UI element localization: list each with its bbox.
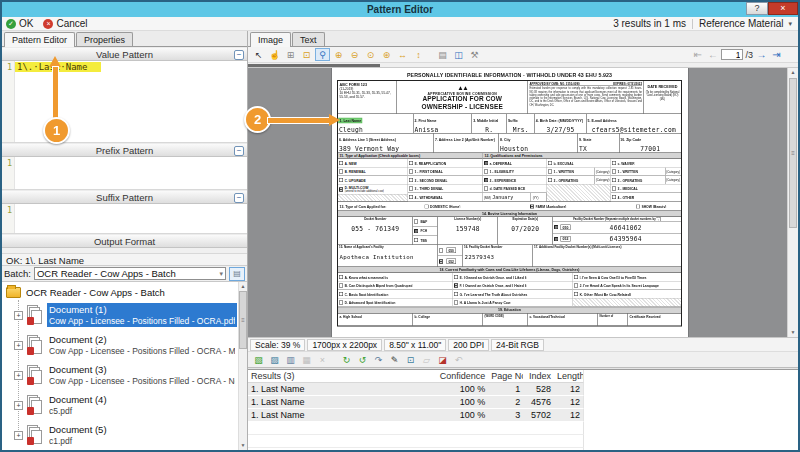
tab-properties[interactable]: Properties bbox=[76, 32, 133, 46]
fit-width-icon[interactable]: ↔ bbox=[395, 48, 410, 61]
edit-image-icon[interactable]: ▨ bbox=[267, 353, 282, 366]
pointer-icon[interactable]: ↖ bbox=[251, 48, 266, 61]
tree-document-item[interactable]: + Document (4) c5.pdf bbox=[14, 390, 237, 420]
select-region-icon[interactable]: ⊞ bbox=[283, 48, 298, 61]
show-document-button[interactable]: ▤ bbox=[229, 267, 245, 281]
vertical-scrollbar[interactable]: ▲ ▼ bbox=[787, 68, 798, 337]
collapse-button[interactable]: − bbox=[234, 50, 244, 60]
next-page-button[interactable]: → bbox=[755, 49, 768, 60]
document-filename: Cow App - Licensee - Positions Filled - … bbox=[49, 316, 235, 326]
tab-text[interactable]: Text bbox=[292, 32, 325, 46]
form-checkbox-option: 2 - EXPERIENCE bbox=[483, 176, 547, 185]
expand-icon[interactable]: + bbox=[14, 371, 23, 380]
divider bbox=[692, 19, 693, 29]
last-page-button[interactable]: ⇥ bbox=[770, 49, 783, 60]
education-cell: b. College bbox=[413, 314, 483, 326]
zoom-region-icon[interactable]: ⊡ bbox=[299, 48, 314, 61]
open-image-icon[interactable]: ▧ bbox=[251, 353, 266, 366]
help-button[interactable]: ? bbox=[746, 2, 768, 15]
form-checkbox-option: 2 - SECOND DENIAL bbox=[408, 176, 483, 185]
page-number-input[interactable] bbox=[721, 49, 743, 60]
result-row[interactable]: 1. Last Name 100 % 3 5702 12 bbox=[248, 409, 584, 422]
tab-pattern-editor[interactable]: Pattern Editor bbox=[4, 32, 75, 47]
magnifier-icon[interactable]: ⚲ bbox=[315, 48, 330, 61]
chevron-down-icon: ▾ bbox=[788, 20, 792, 28]
ok-button[interactable]: ✓OK bbox=[6, 18, 33, 29]
batch-label: Batch: bbox=[4, 268, 31, 279]
document-title: Document (3) bbox=[49, 364, 235, 375]
form-checkbox-option: d. DATE PASSED BCE bbox=[483, 185, 547, 194]
zoom-fit-page-icon[interactable]: ⊛ bbox=[379, 48, 394, 61]
tree-root-item[interactable]: OCR Reader - Cow Apps - Batch bbox=[6, 284, 237, 300]
application-type-section: 11. Type of Application (Check applicabl… bbox=[338, 153, 483, 202]
zoom-out-icon[interactable]: ⊖ bbox=[347, 48, 362, 61]
refresh-cw-icon[interactable]: ↻ bbox=[339, 353, 354, 366]
status-segment: 200 DPI bbox=[448, 339, 489, 351]
ink-annotate-icon[interactable]: ✎ bbox=[387, 353, 402, 366]
command-bar: ✓OK ×Cancel 3 results in 1 ms Reference … bbox=[2, 17, 798, 31]
result-row[interactable]: 1. Last Name 100 % 2 4576 12 bbox=[248, 396, 584, 409]
prev-page-button[interactable]: ← bbox=[706, 49, 719, 60]
expand-icon[interactable]: + bbox=[14, 401, 23, 410]
form-field: 5. E-mail Address cfears5@sitemeter.com bbox=[587, 114, 681, 133]
collapse-button[interactable]: − bbox=[234, 146, 244, 156]
cow-type-row: 13. Type of Cow Applied for: DOMESTIC (H… bbox=[338, 202, 681, 211]
form-checkbox-option: DOMESTIC (Home) bbox=[425, 204, 461, 208]
settings-icon[interactable]: ⚒ bbox=[467, 48, 482, 61]
fit-height-icon[interactable]: ↕ bbox=[411, 48, 426, 61]
tab-image[interactable]: Image bbox=[250, 32, 291, 47]
rotate-page-icon[interactable]: ↷ bbox=[371, 353, 386, 366]
eraser-icon[interactable]: ▱ bbox=[419, 353, 434, 366]
first-page-button[interactable]: ⇤ bbox=[691, 49, 704, 60]
scrollbar-thumb[interactable] bbox=[248, 64, 380, 67]
tree-document-item[interactable]: + Document (3) Cow App - Licensee - Posi… bbox=[14, 360, 237, 390]
date-received-block: DATE RECEIVED (To be completed by Nation… bbox=[644, 81, 681, 114]
value-pattern-editor[interactable]: 1 1\.·Last·Name bbox=[2, 61, 247, 143]
form-checkbox-option: 1 - ELIGIBILITY bbox=[483, 168, 547, 177]
collapse-button[interactable]: − bbox=[234, 193, 244, 203]
scrollbar-thumb[interactable] bbox=[239, 291, 247, 349]
scroll-down-icon[interactable]: ▼ bbox=[239, 441, 247, 450]
zoom-actual-size-icon[interactable]: ⊙ bbox=[363, 48, 378, 61]
scroll-down-icon[interactable]: ▼ bbox=[788, 328, 798, 337]
refresh-ccw-icon[interactable]: ↺ bbox=[355, 353, 370, 366]
form-checkbox-option: b. EXCUSAL bbox=[547, 159, 611, 168]
main-area: Pattern Editor Properties Value Pattern … bbox=[2, 31, 798, 450]
tree-document-item[interactable]: + Document (5) c1.pdf bbox=[14, 420, 237, 450]
image-tool-disabled-icon[interactable]: ▦ bbox=[299, 353, 314, 366]
print-icon[interactable]: ▤ bbox=[435, 48, 450, 61]
scroll-up-icon[interactable]: ▲ bbox=[788, 68, 798, 77]
form-checkbox-option: 2 - OPERATING(Category) bbox=[547, 176, 611, 185]
form-checkbox-option: 2 - OPERATING(Category) bbox=[611, 176, 681, 185]
batch-selector[interactable]: OCR Reader - Cow Apps - Batch ▾ bbox=[34, 267, 226, 280]
delete-icon[interactable]: × bbox=[315, 353, 330, 366]
pdf-document-icon bbox=[27, 335, 44, 355]
save-icon[interactable]: ◫ bbox=[451, 48, 466, 61]
scroll-up-icon[interactable]: ▲ bbox=[239, 282, 247, 291]
close-button[interactable]: × bbox=[768, 2, 798, 15]
image-viewport[interactable]: PERSONALLY IDENTIFIABLE INFORMATION - WI… bbox=[248, 68, 798, 337]
undo-icon[interactable]: ↶ bbox=[451, 353, 466, 366]
form-checkbox-option: B. RENEWAL bbox=[338, 168, 408, 177]
invert-colors-icon[interactable]: ◪ bbox=[435, 353, 450, 366]
inspect-image-icon[interactable]: ▥ bbox=[283, 353, 298, 366]
form-checkbox-option: FCH bbox=[413, 226, 438, 235]
cancel-button[interactable]: ×Cancel bbox=[43, 18, 87, 29]
form-checkbox-option: E. REAPPLICATION bbox=[408, 159, 483, 168]
expand-icon[interactable]: + bbox=[14, 341, 23, 350]
scrollbar-thumb[interactable] bbox=[789, 78, 797, 228]
pan-hand-icon[interactable]: ☝ bbox=[267, 48, 282, 61]
zoom-in-icon[interactable]: ⊕ bbox=[331, 48, 346, 61]
tree-document-item[interactable]: + Document (2) Cow App - Licensee - Posi… bbox=[14, 330, 237, 360]
suffix-pattern-editor[interactable]: 1 bbox=[2, 204, 247, 234]
prefix-pattern-editor[interactable]: 1 bbox=[2, 157, 247, 190]
reference-material-dropdown[interactable]: Reference Material▾ bbox=[699, 18, 792, 29]
expand-icon[interactable]: + bbox=[14, 431, 23, 440]
empty-row bbox=[248, 435, 584, 448]
tree-document-item[interactable]: + Document (1) Cow App - Licensee - Posi… bbox=[14, 300, 237, 330]
result-row[interactable]: 1. Last Name 100 % 1 528 12 bbox=[248, 383, 584, 396]
tree-scrollbar[interactable]: ▲ ▼ bbox=[238, 282, 247, 450]
line-number: 1 bbox=[2, 61, 15, 142]
crop-icon[interactable]: ⊡ bbox=[403, 353, 418, 366]
expand-icon[interactable]: + bbox=[14, 311, 23, 320]
